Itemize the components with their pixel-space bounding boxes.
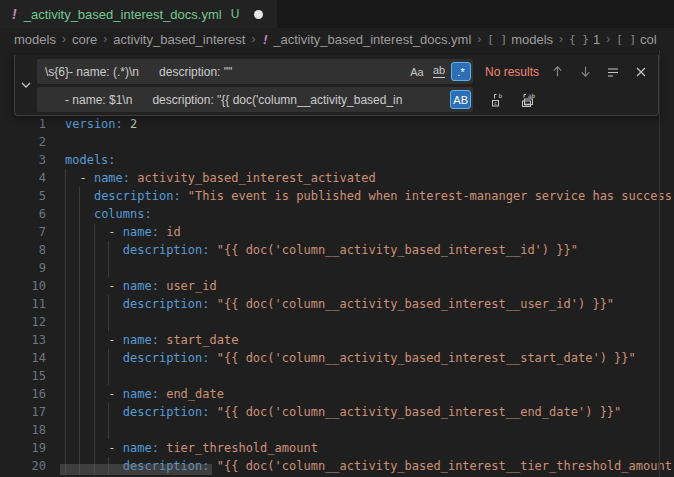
breadcrumb-item-models[interactable]: [ ]models [487, 32, 553, 47]
breadcrumb-separator: › [559, 32, 563, 46]
symbol-icon: [ ] [616, 33, 636, 46]
tab-title: _activity_based_interest_docs.yml [24, 7, 222, 22]
line-number: 10 [0, 277, 46, 295]
line-number: 16 [0, 385, 46, 403]
close-icon[interactable] [630, 61, 652, 83]
breadcrumb-item-models[interactable]: models [14, 32, 56, 47]
breadcrumb-item-activity_based_interest[interactable]: activity_based_interest [113, 32, 245, 47]
unsaved-changes-dot[interactable] [254, 10, 263, 19]
line-number: 4 [0, 169, 46, 187]
code-line[interactable]: 2 [0, 133, 674, 151]
code-line[interactable]: 8 description: "{{ doc('column__activity… [0, 241, 674, 259]
preserve-case-toggle[interactable]: AB [450, 90, 471, 109]
regex-toggle[interactable]: .* [451, 62, 471, 81]
breadcrumb-item-_activity_based_interest_docs.yml[interactable]: !_activity_based_interest_docs.yml [261, 32, 471, 47]
git-untracked-badge: U [231, 7, 240, 21]
breadcrumb-label: 1 [593, 32, 600, 47]
code-line[interactable]: 10 - name: user_id [0, 277, 674, 295]
breadcrumb-label: models [14, 32, 56, 47]
breadcrumb-item-core[interactable]: core [72, 32, 97, 47]
code-line[interactable]: 17 description: "{{ doc('column__activit… [0, 403, 674, 421]
replace-button[interactable]: b c [487, 89, 509, 111]
line-number: 20 [0, 457, 46, 475]
find-input[interactable]: \s{6}- name: (.*)\n description: "" Aa a… [37, 59, 473, 84]
find-query-text[interactable]: \s{6}- name: (.*)\n description: "" [45, 65, 407, 79]
code-text: - name: tier_threshold_amount [65, 439, 318, 457]
toggle-replace-chevron[interactable] [15, 55, 37, 115]
horizontal-scrollbar[interactable] [60, 464, 212, 475]
code-line[interactable]: 12 [0, 313, 674, 331]
svg-text:b: b [499, 92, 503, 99]
breadcrumb-separator: › [251, 32, 255, 46]
line-number: 11 [0, 295, 46, 313]
line-number: 19 [0, 439, 46, 457]
breadcrumb-separator: › [606, 32, 610, 46]
breadcrumb-label: _activity_based_interest_docs.yml [273, 32, 471, 47]
yaml-file-icon: ! [12, 7, 17, 21]
code-text: description: "{{ doc('column__activity_b… [65, 295, 614, 313]
code-text: description: "{{ doc('column__activity_b… [65, 403, 621, 421]
code-line[interactable]: 19 - name: tier_threshold_amount [0, 439, 674, 457]
symbol-icon: [ ] [487, 33, 507, 46]
line-number: 8 [0, 241, 46, 259]
whole-word-toggle[interactable]: ab [429, 62, 449, 81]
code-line[interactable]: 13 - name: start_date [0, 331, 674, 349]
replace-input[interactable]: - name: $1\n description: "{{ doc('colum… [37, 87, 473, 112]
symbol-icon: { } [569, 33, 589, 46]
match-case-toggle[interactable]: Aa [407, 62, 427, 81]
code-line[interactable]: 15 [0, 367, 674, 385]
line-number: 6 [0, 205, 46, 223]
line-number: 12 [0, 313, 46, 331]
breadcrumb-item-1[interactable]: { }1 [569, 32, 600, 47]
previous-match-button[interactable] [546, 61, 568, 83]
line-number: 15 [0, 367, 46, 385]
code-line[interactable]: 1version: 2 [0, 115, 674, 133]
vscode-window: ! _activity_based_interest_docs.yml U mo… [0, 0, 674, 477]
svg-text:ab: ab [528, 92, 536, 99]
breadcrumb-separator: › [103, 32, 107, 46]
code-line[interactable]: 4 - name: activity_based_interest_activa… [0, 169, 674, 187]
breadcrumb-label: models [511, 32, 553, 47]
yaml-file-icon: ! [261, 32, 269, 47]
code-line[interactable]: 11 description: "{{ doc('column__activit… [0, 295, 674, 313]
code-text: - name: end_date [65, 385, 224, 403]
find-results-status: No results [485, 65, 539, 79]
code-line[interactable]: 5 description: "This event is published … [0, 187, 674, 205]
code-area[interactable]: 1version: 223models:4 - name: activity_b… [0, 115, 674, 477]
breadcrumb: models›core›activity_based_interest›!_ac… [0, 28, 674, 50]
code-text: columns: [65, 205, 152, 223]
replace-all-button[interactable]: ab ac [517, 89, 539, 111]
replace-value-text[interactable]: - name: $1\n description: "{{ doc('colum… [45, 93, 450, 107]
code-line[interactable]: 3models: [0, 151, 674, 169]
code-text: description: "{{ doc('column__activity_b… [65, 241, 578, 259]
breadcrumb-label: col [640, 32, 657, 47]
find-in-selection-button[interactable] [602, 61, 624, 83]
svg-text:c: c [494, 100, 497, 106]
code-line[interactable]: 18 [0, 421, 674, 439]
code-text: - name: user_id [65, 277, 217, 295]
code-text: description: "This event is published wh… [65, 187, 672, 205]
code-line[interactable]: 7 - name: id [0, 223, 674, 241]
code-line[interactable]: 14 description: "{{ doc('column__activit… [0, 349, 674, 367]
line-number: 2 [0, 133, 46, 151]
code-text: description: "{{ doc('column__activity_b… [65, 349, 636, 367]
code-text: - name: id [65, 223, 181, 241]
code-text: models: [65, 151, 116, 169]
breadcrumb-separator: › [62, 32, 66, 46]
next-match-button[interactable] [574, 61, 596, 83]
line-number: 18 [0, 421, 46, 439]
breadcrumb-label: activity_based_interest [113, 32, 245, 47]
code-text [65, 259, 123, 277]
code-line[interactable]: 6 columns: [0, 205, 674, 223]
line-number: 14 [0, 349, 46, 367]
breadcrumb-item-col[interactable]: [ ]col [616, 32, 657, 47]
code-text [65, 421, 123, 439]
breadcrumb-label: core [72, 32, 97, 47]
line-number: 7 [0, 223, 46, 241]
line-number: 3 [0, 151, 46, 169]
chevron-down-icon [20, 79, 32, 91]
code-text [65, 313, 123, 331]
code-line[interactable]: 16 - name: end_date [0, 385, 674, 403]
tab-activity-based-interest-docs[interactable]: ! _activity_based_interest_docs.yml U [0, 0, 277, 28]
code-line[interactable]: 9 [0, 259, 674, 277]
